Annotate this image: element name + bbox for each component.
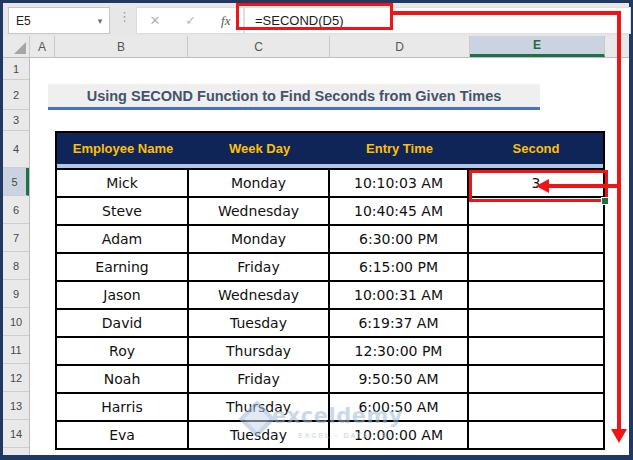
- cell-B14[interactable]: Eva: [57, 422, 189, 448]
- cell-B6[interactable]: Steve: [57, 198, 189, 224]
- cell-B9[interactable]: Jason: [57, 282, 189, 308]
- cell-B5[interactable]: Mick: [57, 170, 189, 196]
- cell-B13[interactable]: Harris: [57, 394, 189, 420]
- table-header-second[interactable]: Second: [469, 133, 603, 164]
- cell-E13[interactable]: [469, 394, 603, 420]
- enter-icon[interactable]: ✓: [185, 13, 196, 28]
- cell-E11[interactable]: [469, 338, 603, 364]
- cell-B11[interactable]: Roy: [57, 338, 189, 364]
- cell-E12[interactable]: [469, 366, 603, 392]
- row-header-3[interactable]: 3: [3, 110, 29, 131]
- column-header-A[interactable]: A: [30, 36, 55, 57]
- name-box[interactable]: E5 ▾: [8, 7, 110, 34]
- data-table: Employee NameWeek DayEntry TimeSecondMic…: [55, 131, 605, 450]
- cell-C9[interactable]: Wednesday: [189, 282, 330, 308]
- cell-B8[interactable]: Earning: [57, 254, 189, 280]
- formula-buttons: ✕ ✓ fx: [136, 7, 244, 34]
- cell-C5[interactable]: Monday: [189, 170, 330, 196]
- cell-D12[interactable]: 9:50:50 AM: [330, 366, 469, 392]
- name-box-value: E5: [9, 14, 91, 28]
- row-header-10[interactable]: 10: [3, 308, 29, 336]
- cell-D11[interactable]: 12:30:00 PM: [330, 338, 469, 364]
- row-header-1[interactable]: 1: [3, 58, 29, 80]
- column-header-D[interactable]: D: [330, 36, 470, 57]
- table-row: RoyThursday12:30:00 PM: [57, 336, 603, 364]
- row-header-11[interactable]: 11: [3, 336, 29, 364]
- select-all-triangle-icon: [14, 42, 26, 54]
- excel-window: E5 ▾ ⋮ ✕ ✓ fx =SECOND(D5) ABCDE 12345678…: [0, 0, 633, 460]
- formula-text: =SECOND(D5): [245, 13, 344, 28]
- table-row: AdamMonday6:30:00 PM: [57, 224, 603, 252]
- row-header-7[interactable]: 7: [3, 224, 29, 252]
- insert-function-icon[interactable]: fx: [221, 13, 230, 29]
- row-header-14[interactable]: 14: [3, 420, 29, 448]
- cell-C6[interactable]: Wednesday: [189, 198, 330, 224]
- cell-D13[interactable]: 6:00:50 AM: [330, 394, 469, 420]
- cell-B10[interactable]: David: [57, 310, 189, 336]
- cell-C7[interactable]: Monday: [189, 226, 330, 252]
- row-header-9[interactable]: 9: [3, 280, 29, 308]
- sheet-title: Using SECOND Function to Find Seconds fr…: [87, 88, 502, 104]
- cell-E6[interactable]: [469, 198, 603, 224]
- table-row: DavidTuesday6:19:37 AM: [57, 308, 603, 336]
- name-box-dropdown-icon[interactable]: ▾: [91, 16, 109, 26]
- table-row: EarningFriday6:15:00 PM: [57, 252, 603, 280]
- table-row: JasonWednesday10:00:31 AM: [57, 280, 603, 308]
- formula-bar-strip: E5 ▾ ⋮ ✕ ✓ fx =SECOND(D5): [3, 3, 629, 36]
- cell-D7[interactable]: 6:30:00 PM: [330, 226, 469, 252]
- table-header-week-day[interactable]: Week Day: [189, 133, 330, 164]
- table-header-entry-time[interactable]: Entry Time: [330, 133, 469, 164]
- table-row: MickMonday10:10:03 AM3: [57, 168, 603, 196]
- cell-E14[interactable]: [469, 422, 603, 448]
- cell-C13[interactable]: Thursday: [189, 394, 330, 420]
- row-header-8[interactable]: 8: [3, 252, 29, 280]
- formula-input[interactable]: =SECOND(D5): [244, 7, 631, 34]
- cell-D6[interactable]: 10:40:45 AM: [330, 198, 469, 224]
- column-header-E[interactable]: E: [470, 36, 605, 57]
- row-header-12[interactable]: 12: [3, 364, 29, 392]
- table-row: HarrisThursday6:00:50 AM: [57, 392, 603, 420]
- cell-D5[interactable]: 10:10:03 AM: [330, 170, 469, 196]
- row-header-5[interactable]: 5: [3, 168, 29, 196]
- cell-C8[interactable]: Friday: [189, 254, 330, 280]
- row-header-column: 1234567891011121314: [3, 58, 30, 455]
- cell-D8[interactable]: 6:15:00 PM: [330, 254, 469, 280]
- cell-E5[interactable]: 3: [469, 170, 603, 196]
- cell-D14[interactable]: 10:00:00 AM: [330, 422, 469, 448]
- cell-C10[interactable]: Tuesday: [189, 310, 330, 336]
- table-header-row: Employee NameWeek DayEntry TimeSecond: [57, 133, 603, 164]
- row-header-6[interactable]: 6: [3, 196, 29, 224]
- cell-E8[interactable]: [469, 254, 603, 280]
- cell-D10[interactable]: 6:19:37 AM: [330, 310, 469, 336]
- cell-D9[interactable]: 10:00:31 AM: [330, 282, 469, 308]
- table-row: EvaTuesday10:00:00 AM: [57, 420, 603, 448]
- column-header-row: ABCDE: [3, 36, 629, 58]
- row-header-4[interactable]: 4: [3, 131, 29, 168]
- cell-B7[interactable]: Adam: [57, 226, 189, 252]
- column-header-B[interactable]: B: [55, 36, 188, 57]
- cell-C11[interactable]: Thursday: [189, 338, 330, 364]
- cancel-icon[interactable]: ✕: [149, 13, 160, 28]
- column-header-filler: [605, 36, 629, 57]
- cell-C14[interactable]: Tuesday: [189, 422, 330, 448]
- table-row: NoahFriday9:50:50 AM: [57, 364, 603, 392]
- column-header-C[interactable]: C: [188, 36, 330, 57]
- title-cell[interactable]: Using SECOND Function to Find Seconds fr…: [48, 84, 540, 110]
- row-header-2[interactable]: 2: [3, 80, 29, 110]
- cell-B12[interactable]: Noah: [57, 366, 189, 392]
- table-row: SteveWednesday10:40:45 AM: [57, 196, 603, 224]
- cell-C12[interactable]: Friday: [189, 366, 330, 392]
- row-header-13[interactable]: 13: [3, 392, 29, 420]
- select-all-button[interactable]: [3, 36, 30, 57]
- cell-E7[interactable]: [469, 226, 603, 252]
- formula-bar-separator-icon: ⋮: [118, 9, 131, 24]
- table-header-employee-name[interactable]: Employee Name: [57, 133, 189, 164]
- cell-E10[interactable]: [469, 310, 603, 336]
- cell-E9[interactable]: [469, 282, 603, 308]
